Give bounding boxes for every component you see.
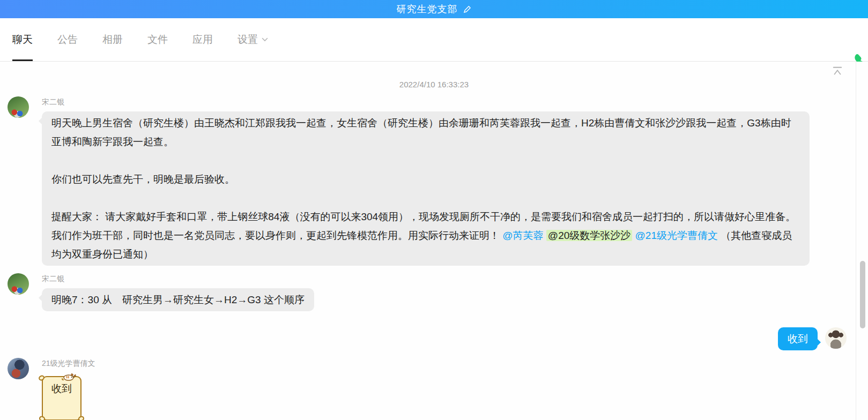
scrollbar[interactable] — [856, 62, 868, 420]
avatar[interactable] — [8, 96, 29, 118]
avatar[interactable] — [825, 327, 847, 349]
scroll-to-top-icon[interactable] — [832, 66, 843, 78]
avatar[interactable] — [8, 358, 29, 379]
message-row: 21级光学曹倩文收到 — [8, 358, 847, 420]
tab-bar: 聊天公告相册文件应用设置 — [0, 18, 868, 62]
message-bubble[interactable]: 明天晚上男生宿舍（研究生楼）由王晓杰和江郑跟我我一起查，女生宿舍（研究生楼）由余… — [42, 111, 810, 266]
tab-文件[interactable]: 文件 — [147, 18, 168, 61]
tab-设置[interactable]: 设置 — [238, 18, 268, 61]
message-row: 宋二银明天晚上男生宿舍（研究生楼）由王晓杰和江郑跟我我一起查，女生宿舍（研究生楼… — [8, 96, 847, 266]
message-bubble[interactable]: 收到 — [42, 376, 81, 420]
avatar[interactable] — [8, 273, 29, 295]
tab-应用[interactable]: 应用 — [192, 18, 213, 61]
message-text: 明天晚上男生宿舍（研究生楼）由王晓杰和江郑跟我我一起查，女生宿舍（研究生楼）由余… — [51, 117, 791, 147]
bubble-paw-decoration — [78, 415, 85, 420]
chat-message-area: 2022/4/10 16:33:23 宋二银明天晚上男生宿舍（研究生楼）由王晓杰… — [0, 62, 868, 420]
message-row: 收到 — [8, 327, 847, 350]
bubble-paw-decoration — [39, 415, 46, 420]
mention-link[interactable]: @21级光学曹倩文 — [635, 230, 718, 241]
scrollbar-thumb[interactable] — [860, 261, 865, 328]
message-bubble[interactable]: 收到 — [778, 327, 818, 350]
mention-link[interactable]: @20级数学张沙沙 — [546, 230, 632, 241]
window-titlebar: 研究生党支部 — [0, 0, 868, 18]
sender-name: 宋二银 — [42, 274, 314, 284]
group-title: 研究生党支部 — [397, 3, 458, 16]
tab-公告[interactable]: 公告 — [57, 18, 78, 61]
edit-pencil-icon[interactable] — [463, 5, 472, 14]
cat-icon — [60, 370, 76, 385]
chevron-down-icon — [262, 38, 268, 42]
mention-link[interactable]: @芮芙蓉 — [502, 230, 543, 241]
sender-name: 宋二银 — [42, 98, 810, 107]
timestamp: 2022/4/10 16:33:23 — [0, 80, 868, 89]
message-text: 明晚7：30 从 研究生男→研究生女→H2→G3 这个顺序 — [51, 294, 305, 305]
message-bubble[interactable]: 明晚7：30 从 研究生男→研究生女→H2→G3 这个顺序 — [42, 288, 314, 311]
message-text: 你们也可以先查先干，明晚是最后验收。 — [51, 174, 235, 185]
qq-group-chat-window: { "header": { "title": "研究生党支部" }, "tabs… — [0, 0, 868, 420]
message-list: 宋二银明天晚上男生宿舍（研究生楼）由王晓杰和江郑跟我我一起查，女生宿舍（研究生楼… — [0, 96, 868, 420]
message-text: 收到 — [788, 333, 808, 344]
sender-name: 21级光学曹倩文 — [42, 359, 95, 369]
bubble-paw-decoration — [38, 374, 45, 381]
message-row: 宋二银明晚7：30 从 研究生男→研究生女→H2→G3 这个顺序 — [8, 273, 847, 311]
tab-相册[interactable]: 相册 — [102, 18, 123, 61]
tab-聊天[interactable]: 聊天 — [12, 18, 33, 61]
